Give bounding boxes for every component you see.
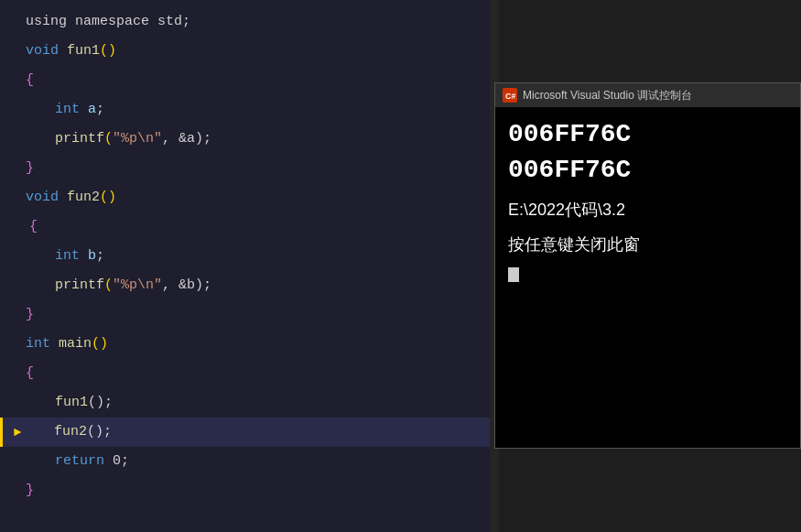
code-token: main <box>59 330 92 359</box>
code-token: } <box>26 154 34 183</box>
code-line: { <box>0 66 499 95</box>
svg-text:C#: C# <box>505 92 515 101</box>
code-token: int <box>55 95 80 125</box>
console-output-3: E:\2022代码\3.2 <box>508 199 787 222</box>
code-token: fun1 <box>67 37 100 66</box>
code-token <box>59 183 67 212</box>
debug-arrow-icon: ► <box>14 418 21 447</box>
code-token: 0; <box>104 447 129 476</box>
console-body: 006FF76C 006FF76C E:\2022代码\3.2 按任意键关闭此窗 <box>495 107 800 448</box>
code-line: void fun2() <box>0 183 499 212</box>
code-token: using namespace std; <box>26 7 190 37</box>
code-token: , &b); <box>162 271 211 300</box>
code-token: fun2 <box>67 183 100 212</box>
vs-icon: C# <box>503 88 517 103</box>
code-line: } <box>0 476 499 505</box>
code-token: ( <box>104 271 113 300</box>
code-token: void <box>26 183 59 212</box>
code-token: int <box>26 330 50 359</box>
console-titlebar: C# Microsoft Visual Studio 调试控制台 <box>495 83 800 107</box>
debug-console: C# Microsoft Visual Studio 调试控制台 006FF76… <box>494 82 801 449</box>
code-line: int b; <box>0 242 499 271</box>
code-token: () <box>100 37 116 66</box>
code-token: fun1 <box>55 388 88 418</box>
code-token: ; <box>96 95 104 125</box>
code-token: () <box>100 183 116 212</box>
code-token: ( <box>104 125 113 154</box>
code-token: ; <box>96 242 104 271</box>
code-line: printf("%p\n", &a); <box>0 125 499 154</box>
console-output-1: 006FF76C <box>508 116 787 152</box>
code-token <box>80 242 88 271</box>
code-token: (); <box>88 388 113 418</box>
code-token: printf <box>55 271 104 300</box>
code-line: { <box>0 359 499 388</box>
code-token: return <box>55 447 104 476</box>
code-editor: using namespace std; void fun1() { int a… <box>0 0 499 532</box>
code-line-active: ► fun2(); <box>0 418 499 447</box>
code-content: using namespace std; void fun1() { int a… <box>0 0 499 513</box>
console-output-2: 006FF76C <box>508 152 787 188</box>
code-token: printf <box>55 125 104 154</box>
code-token: "%p\n" <box>113 125 162 154</box>
code-token: { <box>26 359 34 388</box>
code-token: "%p\n" <box>113 271 162 300</box>
code-line: } <box>0 154 499 183</box>
code-token: } <box>26 476 34 505</box>
console-title: Microsoft Visual Studio 调试控制台 <box>523 88 692 103</box>
console-cursor <box>508 267 519 282</box>
code-line: void fun1() <box>0 37 499 66</box>
code-token <box>50 330 59 359</box>
code-token <box>80 95 88 125</box>
code-line: { <box>0 212 499 242</box>
code-line: return 0; <box>0 447 499 476</box>
code-line: } <box>0 300 499 330</box>
code-token <box>59 37 67 66</box>
code-token: fun2 <box>54 418 87 447</box>
code-line: int main() <box>0 330 499 359</box>
code-token: void <box>26 37 59 66</box>
vs-logo-icon: C# <box>504 90 515 101</box>
code-token: a <box>88 95 96 125</box>
code-token: { <box>29 212 38 242</box>
code-token: { <box>26 66 34 95</box>
code-token: () <box>92 330 108 359</box>
code-token: , &a); <box>162 125 211 154</box>
main-layout: using namespace std; void fun1() { int a… <box>0 0 801 532</box>
code-token: int <box>55 242 80 271</box>
code-token: (); <box>87 418 112 447</box>
code-line: using namespace std; <box>0 7 499 37</box>
code-token: } <box>26 300 34 330</box>
code-token: b <box>88 242 96 271</box>
code-line: printf("%p\n", &b); <box>0 271 499 300</box>
code-line: fun1(); <box>0 388 499 418</box>
console-output-4: 按任意键关闭此窗 <box>508 233 787 256</box>
code-line: int a; <box>0 95 499 125</box>
